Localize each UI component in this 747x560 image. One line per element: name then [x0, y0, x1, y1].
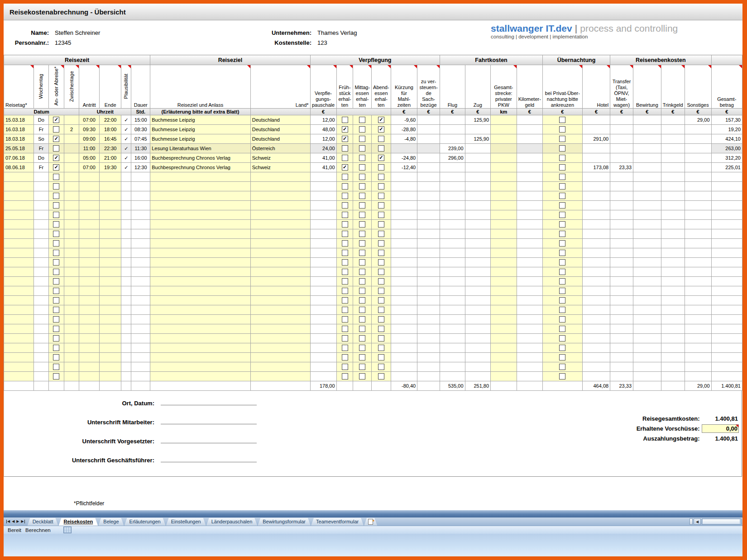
cell-mittag[interactable]: [353, 296, 372, 305]
checkbox-frueh[interactable]: [342, 364, 348, 370]
checkbox-privat[interactable]: [559, 164, 565, 171]
checkbox-privat[interactable]: [559, 126, 565, 133]
cell-zwisch[interactable]: [64, 134, 79, 144]
cell-reisetag[interactable]: 08.06.18: [4, 163, 34, 172]
cell-zwisch[interactable]: [64, 201, 79, 210]
cell-antritt[interactable]: 05:00: [79, 153, 100, 163]
checkbox-abend[interactable]: [378, 193, 384, 199]
personalnr-value[interactable]: 12345: [55, 39, 100, 46]
cell-land[interactable]: [250, 239, 310, 248]
erhaltene-vorschuesse-input[interactable]: 0,00: [702, 424, 739, 433]
cell-antritt[interactable]: [79, 267, 100, 277]
checkbox-anab[interactable]: [53, 326, 59, 332]
first-sheet-icon[interactable]: ◀: [6, 520, 10, 523]
cell-privat[interactable]: [542, 210, 582, 220]
cell-antritt[interactable]: [79, 324, 100, 334]
cell-privat[interactable]: [542, 191, 582, 201]
checkbox-abend[interactable]: ✓: [378, 155, 384, 161]
cell-anab[interactable]: [49, 144, 64, 153]
checkbox-abend[interactable]: [378, 259, 384, 266]
cell-antritt[interactable]: [79, 182, 100, 191]
cell-mittag[interactable]: [353, 315, 372, 324]
checkbox-anab[interactable]: ✓: [53, 164, 59, 171]
cell-land[interactable]: [250, 296, 310, 305]
cell-zwisch[interactable]: [64, 343, 79, 353]
checkbox-privat[interactable]: [559, 335, 565, 342]
cell-reisetag[interactable]: [4, 191, 34, 201]
cell-pkw[interactable]: [491, 324, 517, 334]
cell-ende[interactable]: [99, 277, 121, 286]
checkbox-mittag[interactable]: [359, 307, 365, 313]
cell-zwisch[interactable]: [64, 258, 79, 267]
cell-land[interactable]: [250, 324, 310, 334]
cell-ziel[interactable]: [150, 201, 251, 210]
cell-ende[interactable]: [99, 191, 121, 201]
cell-zwisch[interactable]: [64, 372, 79, 381]
checkbox-anab[interactable]: [53, 288, 59, 294]
cell-antritt[interactable]: [79, 334, 100, 343]
cell-zwisch[interactable]: [64, 163, 79, 172]
checkbox-privat[interactable]: [559, 269, 565, 275]
cell-abend[interactable]: [372, 267, 391, 277]
cell-reisetag[interactable]: [4, 172, 34, 182]
cell-ende[interactable]: [99, 239, 121, 248]
cell-frueh[interactable]: [336, 324, 353, 334]
scroll-left-icon[interactable]: ◀: [694, 518, 701, 525]
cell-abend[interactable]: [372, 334, 391, 343]
cell-ziel[interactable]: [150, 267, 251, 277]
cell-pkw[interactable]: [491, 125, 517, 134]
cell-mittag[interactable]: [353, 220, 372, 229]
cell-reisetag[interactable]: [4, 248, 34, 258]
cell-abend[interactable]: [372, 296, 391, 305]
cell-pkw[interactable]: [491, 334, 517, 343]
cell-privat[interactable]: [542, 220, 582, 229]
cell-zwisch[interactable]: [64, 315, 79, 324]
cell-reisetag[interactable]: [4, 277, 34, 286]
checkbox-frueh[interactable]: [342, 117, 348, 123]
cell-frueh[interactable]: [336, 172, 353, 182]
cell-anab[interactable]: [49, 296, 64, 305]
cell-privat[interactable]: [542, 144, 582, 153]
cell-antritt[interactable]: [79, 315, 100, 324]
checkbox-mittag[interactable]: [359, 326, 365, 332]
cell-mittag[interactable]: [353, 372, 372, 381]
cell-frueh[interactable]: [336, 372, 353, 381]
cell-ende[interactable]: [99, 229, 121, 239]
cell-antritt[interactable]: [79, 286, 100, 296]
cell-reisetag[interactable]: [4, 258, 34, 267]
cell-abend[interactable]: [372, 220, 391, 229]
cell-mittag[interactable]: [353, 334, 372, 343]
prev-sheet-icon[interactable]: ◀: [12, 520, 14, 523]
cell-ziel[interactable]: [150, 248, 251, 258]
cell-land[interactable]: [250, 220, 310, 229]
cell-ende[interactable]: [99, 220, 121, 229]
checkbox-mittag[interactable]: [359, 250, 365, 256]
cell-mittag[interactable]: [353, 144, 372, 153]
cell-mittag[interactable]: [353, 324, 372, 334]
cell-mittag[interactable]: [353, 258, 372, 267]
cell-pkw[interactable]: [491, 229, 517, 239]
cell-pkw[interactable]: [491, 115, 517, 125]
checkbox-mittag[interactable]: [359, 288, 365, 294]
cell-privat[interactable]: [542, 201, 582, 210]
cell-reisetag[interactable]: [4, 239, 34, 248]
cell-abend[interactable]: [372, 258, 391, 267]
checkbox-anab[interactable]: [53, 269, 59, 275]
cell-privat[interactable]: [542, 286, 582, 296]
checkbox-privat[interactable]: [559, 250, 565, 256]
cell-pkw[interactable]: [491, 210, 517, 220]
cell-ziel[interactable]: [150, 343, 251, 353]
checkbox-anab[interactable]: [53, 231, 59, 237]
cell-antritt[interactable]: 09:00: [79, 134, 100, 144]
checkbox-mittag[interactable]: [359, 240, 365, 247]
cell-reisetag[interactable]: 25.05.18: [4, 144, 34, 153]
checkbox-abend[interactable]: [378, 212, 384, 218]
cell-frueh[interactable]: [336, 191, 353, 201]
checkbox-mittag[interactable]: [359, 345, 365, 351]
cell-antritt[interactable]: 11:00: [79, 144, 100, 153]
cell-mittag[interactable]: [353, 134, 372, 144]
cell-pkw[interactable]: [491, 182, 517, 191]
cell-abend[interactable]: [372, 229, 391, 239]
cell-anab[interactable]: [49, 324, 64, 334]
cell-abend[interactable]: ✓: [372, 115, 391, 125]
